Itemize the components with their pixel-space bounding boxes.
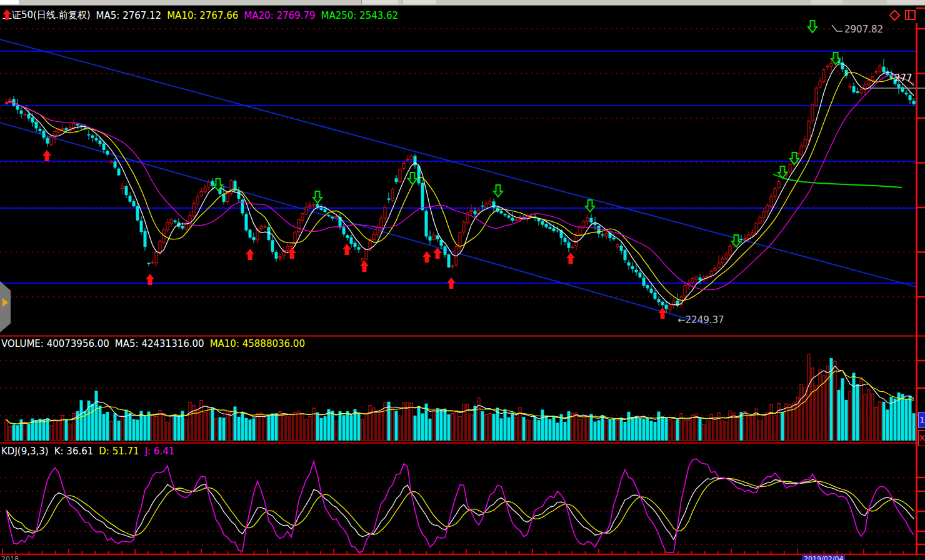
kdj-name: KDJ(9,3,3) (1, 446, 49, 457)
kdj-j-readout: J: 6.41 (145, 446, 175, 457)
chart-canvas[interactable] (0, 0, 925, 560)
split-window-icon[interactable] (905, 10, 916, 20)
ma10-readout: MA10: 2767.66 (167, 10, 238, 21)
price-pane-header: 上证50(日线.前复权) MA5: 2767.12 MA10: 2767.66 … (2, 9, 398, 21)
axis-date-highlight[interactable]: 2019/02/04 (802, 555, 845, 560)
kdj-k-readout: K: 36.61 (54, 446, 94, 457)
instrument-title: 上证50(日线.前复权) (2, 9, 91, 21)
latest-price-edge-label: 277 (894, 72, 916, 84)
trough-price-label: ←2249.37 (678, 314, 724, 326)
expand-arrow-icon (2, 298, 8, 307)
trading-app-window: 上证50(日线.前复权) MA5: 2767.12 MA10: 2767.66 … (0, 0, 925, 560)
split-window-icon-divider (908, 11, 909, 19)
volume-readout: VOLUME: 40073956.00 (1, 338, 109, 349)
axis-date-left: 2018 (1, 555, 19, 560)
up-arrow-icon (2, 9, 11, 20)
volume-pane-header: VOLUME: 40073956.00 MA5: 42431316.00 MA1… (1, 338, 305, 349)
pane-close-button[interactable]: X (918, 430, 925, 446)
kdj-pane-header: KDJ(9,3,3) K: 36.61 D: 51.71 J: 6.41 (1, 446, 174, 457)
volume-ma5-readout: MA5: 42431316.00 (115, 338, 204, 349)
pane-maximize-button[interactable]: 1 (918, 412, 925, 428)
peak-price-label: 2907.82 (844, 24, 883, 35)
ma20-readout: MA20: 2769.79 (244, 10, 315, 21)
ma5-readout: MA5: 2767.12 (96, 10, 162, 21)
volume-ma10-readout: MA10: 45888036.00 (210, 338, 305, 349)
ma250-readout: MA250: 2543.62 (321, 10, 398, 21)
kdj-d-readout: D: 51.71 (99, 446, 139, 457)
